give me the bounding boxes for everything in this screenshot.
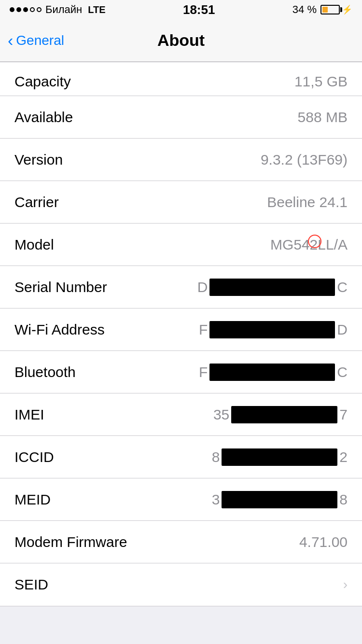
- page-title: About: [157, 31, 205, 50]
- serial-redacted: [209, 279, 335, 296]
- status-right: 34 % ⚡: [292, 3, 352, 16]
- available-value: 588 MB: [298, 109, 348, 126]
- network-type: LTE: [88, 4, 105, 15]
- imei-row[interactable]: IMEI 35 7: [0, 393, 362, 436]
- carrier-name: Билайн: [45, 3, 82, 16]
- iccid-redacted: [222, 448, 337, 466]
- battery-percent: 34 %: [292, 3, 317, 16]
- model-label: Model: [14, 237, 54, 253]
- meid-label: MEID: [14, 491, 51, 508]
- carrier-label: Carrier: [14, 194, 59, 210]
- modem-label: Modem Firmware: [14, 534, 127, 550]
- serial-label: Serial Number: [14, 279, 107, 295]
- iccid-suffix: 2: [339, 449, 348, 465]
- imei-suffix: 7: [339, 406, 348, 423]
- bluetooth-suffix: C: [337, 364, 348, 380]
- serial-prefix: D: [197, 279, 208, 295]
- wifi-value: F D: [199, 321, 348, 338]
- available-label: Available: [14, 109, 73, 126]
- capacity-row: Capacity 11,5 GB: [0, 62, 362, 96]
- iccid-value: 8 2: [212, 448, 348, 466]
- signal-dot-3: [23, 7, 28, 12]
- settings-list: Capacity 11,5 GB Available 588 MB Versio…: [0, 62, 362, 606]
- modem-value: 4.71.00: [299, 534, 348, 550]
- wifi-redacted: [209, 321, 335, 338]
- seid-label: SEID: [14, 576, 48, 593]
- capacity-label: Capacity: [14, 73, 71, 90]
- iccid-label: ICCID: [14, 449, 54, 465]
- bottom-area: [0, 606, 362, 644]
- seid-chevron-icon: ›: [343, 577, 348, 592]
- battery-icon: [320, 5, 340, 14]
- version-label: Version: [14, 152, 63, 168]
- signal-dot-4: [30, 7, 35, 12]
- bluetooth-row[interactable]: Bluetooth F C: [0, 351, 362, 393]
- bluetooth-prefix: F: [199, 364, 208, 380]
- model-circle-annotation: [308, 235, 321, 248]
- wifi-row[interactable]: Wi-Fi Address F D: [0, 308, 362, 351]
- iccid-row[interactable]: ICCID 8 2: [0, 436, 362, 478]
- meid-redacted: [222, 491, 337, 508]
- meid-row[interactable]: MEID 3 8: [0, 478, 362, 521]
- carrier-row: Carrier Beeline 24.1: [0, 181, 362, 224]
- carrier-value: Beeline 24.1: [267, 194, 348, 210]
- signal-dot-5: [37, 7, 42, 12]
- meid-value: 3 8: [212, 491, 348, 508]
- version-value: 9.3.2 (13F69): [261, 152, 348, 168]
- status-bar: Билайн LTE 18:51 34 % ⚡: [0, 0, 362, 19]
- wifi-suffix: D: [337, 322, 348, 338]
- imei-redacted: [231, 406, 337, 423]
- status-time: 18:51: [183, 2, 215, 17]
- signal-dots: [10, 7, 42, 12]
- imei-value: 35 7: [213, 406, 348, 423]
- status-left: Билайн LTE: [10, 3, 106, 16]
- capacity-value: 11,5 GB: [294, 73, 348, 90]
- signal-dot-1: [10, 7, 14, 12]
- wifi-prefix: F: [199, 322, 208, 338]
- back-button[interactable]: ‹ General: [8, 33, 64, 48]
- back-chevron-icon: ‹: [8, 32, 13, 48]
- charging-icon: ⚡: [342, 4, 352, 15]
- modem-row: Modem Firmware 4.71.00: [0, 521, 362, 563]
- version-row: Version 9.3.2 (13F69): [0, 139, 362, 181]
- meid-prefix: 3: [212, 491, 220, 508]
- iccid-prefix: 8: [212, 449, 220, 465]
- wifi-label: Wi-Fi Address: [14, 322, 105, 338]
- available-row: Available 588 MB: [0, 96, 362, 139]
- model-value: MG542LL/A: [270, 237, 348, 253]
- nav-bar: ‹ General About: [0, 19, 362, 62]
- battery-icon-container: ⚡: [320, 4, 352, 15]
- meid-suffix: 8: [339, 491, 348, 508]
- bluetooth-label: Bluetooth: [14, 364, 76, 380]
- seid-row[interactable]: SEID ›: [0, 563, 362, 606]
- serial-suffix: C: [337, 279, 348, 295]
- bluetooth-redacted: [209, 364, 335, 381]
- imei-prefix: 35: [213, 406, 229, 423]
- back-label: General: [16, 33, 64, 48]
- serial-row[interactable]: Serial Number D C: [0, 266, 362, 308]
- model-row[interactable]: Model MG542LL/A: [0, 224, 362, 266]
- serial-value: D C: [197, 279, 348, 296]
- battery-fill: [322, 7, 328, 13]
- signal-dot-2: [16, 7, 21, 12]
- imei-label: IMEI: [14, 406, 44, 423]
- bluetooth-value: F C: [199, 364, 348, 381]
